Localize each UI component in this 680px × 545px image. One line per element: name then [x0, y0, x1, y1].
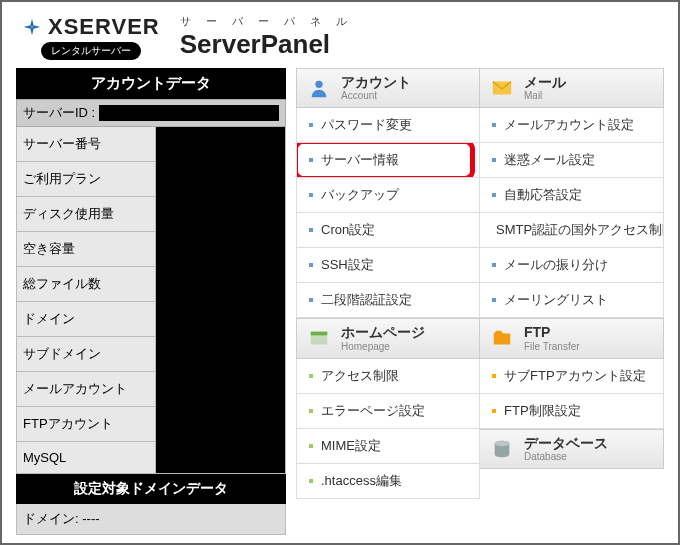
section-head-mail: メール Mail	[480, 68, 664, 108]
section-title-account-jp: アカウント	[341, 75, 411, 90]
account-data-labels: サーバー番号 ご利用プラン ディスク使用量 空き容量 総ファイル数 ドメイン サ…	[16, 127, 156, 474]
sidebar: アカウントデータ サーバーID : サーバー番号 ご利用プラン ディスク使用量 …	[16, 68, 286, 535]
svg-marker-3	[32, 25, 40, 28]
column-left: アカウント Account パスワード変更 サーバー情報 バックアップ Cron…	[296, 68, 480, 535]
row-server-number: サーバー番号	[16, 127, 156, 162]
database-icon	[488, 437, 516, 461]
server-id-value	[99, 105, 279, 121]
target-domain-label: ドメイン:	[23, 511, 79, 526]
section-title-mail-en: Mail	[524, 90, 566, 101]
logo-block: XSERVER レンタルサーバー	[22, 14, 160, 60]
column-right: メール Mail メールアカウント設定 迷惑メール設定 自動応答設定 SMTP認…	[480, 68, 664, 535]
section-head-database: データベース Database	[480, 429, 664, 469]
section-title-homepage-en: Homepage	[341, 341, 425, 352]
svg-marker-0	[30, 19, 33, 27]
row-total-files: 総ファイル数	[16, 267, 156, 302]
row-subdomain: サブドメイン	[16, 337, 156, 372]
section-title-ftp-jp: FTP	[524, 325, 580, 340]
svg-rect-6	[311, 331, 328, 335]
row-disk-usage: ディスク使用量	[16, 197, 156, 232]
sidebar-header-account-data: アカウントデータ	[16, 68, 286, 99]
row-plan: ご利用プラン	[16, 162, 156, 197]
account-icon	[305, 76, 333, 100]
section-head-ftp: FTP File Transfer	[480, 318, 664, 358]
menu-ftp-restrict[interactable]: FTP制限設定	[480, 394, 664, 429]
menu-ssh[interactable]: SSH設定	[296, 248, 480, 283]
svg-point-4	[315, 81, 322, 88]
section-head-account: アカウント Account	[296, 68, 480, 108]
section-title-mail-jp: メール	[524, 75, 566, 90]
section-title-ftp-en: File Transfer	[524, 341, 580, 352]
target-domain-row: ドメイン: ----	[16, 504, 286, 535]
section-head-homepage: ホームページ Homepage	[296, 318, 480, 358]
server-id-label: サーバーID :	[23, 104, 95, 122]
menu-2fa[interactable]: 二段階認証設定	[296, 283, 480, 318]
menu-mail-account[interactable]: メールアカウント設定	[480, 108, 664, 143]
section-title-database-en: Database	[524, 451, 608, 462]
menu-mime[interactable]: MIME設定	[296, 429, 480, 464]
row-ftp-account: FTPアカウント	[16, 407, 156, 442]
content: アカウント Account パスワード変更 サーバー情報 バックアップ Cron…	[296, 68, 664, 535]
row-free-space: 空き容量	[16, 232, 156, 267]
menu-cron[interactable]: Cron設定	[296, 213, 480, 248]
panel-title-block: サ ー バ ー パ ネ ル ServerPanel	[180, 14, 353, 60]
menu-mail-filter[interactable]: メールの振り分け	[480, 248, 664, 283]
menu-mailing-list[interactable]: メーリングリスト	[480, 283, 664, 318]
menu-error-page[interactable]: エラーページ設定	[296, 394, 480, 429]
menu-spam[interactable]: 迷惑メール設定	[480, 143, 664, 178]
row-domain: ドメイン	[16, 302, 156, 337]
row-mail-account: メールアカウント	[16, 372, 156, 407]
mail-icon	[488, 76, 516, 100]
logo-subtitle: レンタルサーバー	[41, 42, 141, 60]
svg-marker-2	[24, 25, 32, 28]
menu-backup[interactable]: バックアップ	[296, 178, 480, 213]
svg-marker-1	[30, 27, 33, 35]
menu-access-restrict[interactable]: アクセス制限	[296, 359, 480, 394]
section-title-database-jp: データベース	[524, 436, 608, 451]
ftp-icon	[488, 327, 516, 351]
logo-text: XSERVER	[48, 14, 160, 40]
menu-server-info[interactable]: サーバー情報	[296, 143, 480, 178]
menu-smtp-auth[interactable]: SMTP認証の国外アクセス制限	[480, 213, 664, 248]
account-data-values	[156, 127, 286, 474]
header: XSERVER レンタルサーバー サ ー バ ー パ ネ ル ServerPan…	[2, 2, 678, 68]
menu-sub-ftp[interactable]: サブFTPアカウント設定	[480, 359, 664, 394]
sidebar-header-target-domain: 設定対象ドメインデータ	[16, 474, 286, 504]
panel-title: ServerPanel	[180, 29, 353, 60]
svg-point-9	[495, 441, 510, 447]
target-domain-value: ----	[82, 511, 99, 526]
section-title-homepage-jp: ホームページ	[341, 325, 425, 340]
server-id-row: サーバーID :	[16, 99, 286, 127]
section-title-account-en: Account	[341, 90, 411, 101]
homepage-icon	[305, 327, 333, 351]
menu-password-change[interactable]: パスワード変更	[296, 108, 480, 143]
xserver-logo-icon	[22, 17, 42, 37]
row-mysql: MySQL	[16, 442, 156, 474]
menu-htaccess[interactable]: .htaccess編集	[296, 464, 480, 499]
menu-autoresponder[interactable]: 自動応答設定	[480, 178, 664, 213]
panel-kana: サ ー バ ー パ ネ ル	[180, 14, 353, 29]
